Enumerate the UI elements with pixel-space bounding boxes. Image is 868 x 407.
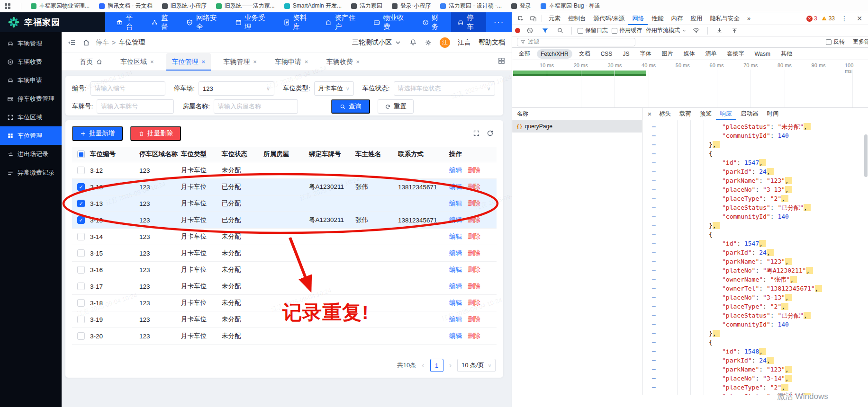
delete-link[interactable]: 删除 <box>468 233 480 240</box>
bookmark-item[interactable]: 旧系统-小程序 <box>162 2 207 10</box>
devtools-more-tabs[interactable]: » <box>743 12 754 25</box>
fold-marker-icon[interactable]: – <box>652 140 656 149</box>
console-error-badge[interactable]: ✕3 <box>806 15 817 22</box>
fold-marker-icon[interactable]: – <box>652 302 656 311</box>
request-row-querypage[interactable]: { } queryPage <box>512 120 642 133</box>
gear-icon[interactable] <box>425 39 432 46</box>
more-filters-label[interactable]: 更多筛选器 <box>853 38 868 46</box>
throttling-select[interactable]: 停用节流模式 <box>646 27 687 35</box>
fold-marker-icon[interactable]: – <box>652 275 656 284</box>
edit-link[interactable]: 编辑 <box>449 266 462 273</box>
filter-input[interactable]: 请输入编号 <box>90 81 165 96</box>
row-checkbox[interactable] <box>72 167 88 174</box>
fold-marker-icon[interactable]: – <box>652 284 656 293</box>
avatar[interactable]: 江 <box>440 37 450 48</box>
fold-marker-icon[interactable]: – <box>652 131 656 140</box>
panel-tab-预览[interactable]: 预览 <box>696 108 716 120</box>
filter-select[interactable]: 123∨ <box>199 81 274 96</box>
devtools-tab-隐私与安全[interactable]: 隐私与安全 <box>706 12 743 25</box>
row-checkbox[interactable] <box>72 233 88 240</box>
bookmark-item[interactable]: 登录-小程序 <box>392 2 431 10</box>
table-row[interactable]: ✓3-13123月卡车位已分配编辑删除 <box>72 195 497 212</box>
sidebar-item-异常缴费记录[interactable]: 异常缴费记录 <box>0 163 62 182</box>
devtools-tab-性能[interactable]: 性能 <box>648 12 667 25</box>
request-filter-chip-CSS[interactable]: CSS <box>597 49 616 59</box>
fold-marker-icon[interactable]: – <box>652 374 656 383</box>
delete-link[interactable]: 删除 <box>468 216 480 223</box>
filter-select[interactable]: 请选择车位状态∨ <box>394 81 495 96</box>
table-row[interactable]: 3-12123月卡车位未分配编辑删除 <box>72 162 497 179</box>
batch-add-button[interactable]: 批量新增 <box>72 126 123 141</box>
fold-marker-icon[interactable]: – <box>652 356 656 365</box>
fold-marker-icon[interactable]: – <box>652 194 656 203</box>
delete-link[interactable]: 删除 <box>468 167 480 174</box>
delete-link[interactable]: 删除 <box>468 183 480 190</box>
import-har-icon[interactable] <box>714 26 725 36</box>
devtools-tab-网络[interactable]: 网络 <box>628 12 648 25</box>
bookmark-item[interactable]: 幸福家园物业管理... <box>31 2 90 10</box>
workspace-tab-首页[interactable]: 首页 <box>74 53 108 71</box>
row-checkbox[interactable] <box>72 332 88 340</box>
fold-marker-icon[interactable]: – <box>652 392 656 395</box>
filter-input[interactable]: 请输入房屋名称 <box>214 99 298 114</box>
fold-marker-icon[interactable]: – <box>652 338 656 347</box>
edit-link[interactable]: 编辑 <box>449 216 462 223</box>
close-detail-icon[interactable]: × <box>644 109 655 119</box>
nav-item-停车[interactable]: 停车 <box>451 12 486 32</box>
request-list-header[interactable]: 名称 <box>512 108 642 120</box>
close-tab-icon[interactable]: × <box>202 58 206 65</box>
nav-item-资料库[interactable]: 资料库 <box>277 12 319 32</box>
breadcrumb-parent[interactable]: 停车 <box>96 38 109 47</box>
edit-link[interactable]: 编辑 <box>449 233 462 240</box>
sidebar-item-车辆申请[interactable]: 车辆申请 <box>0 71 62 89</box>
fold-marker-icon[interactable]: – <box>652 239 656 248</box>
edit-link[interactable]: 编辑 <box>449 332 462 339</box>
next-page-button[interactable]: › <box>448 361 452 370</box>
fold-marker-icon[interactable]: – <box>652 212 656 221</box>
fold-marker-icon[interactable]: – <box>652 347 656 356</box>
response-json-viewer[interactable]: –"placeStatus": "未分配",–"communityId": 14… <box>642 120 868 395</box>
bookmark-item[interactable]: 活力家园 - 设计稿 -... <box>440 2 502 10</box>
collapse-menu-icon[interactable] <box>68 39 76 46</box>
table-row[interactable]: 3-14123月卡车位未分配编辑删除 <box>72 229 497 245</box>
fold-marker-icon[interactable]: – <box>652 311 656 320</box>
fold-marker-icon[interactable]: – <box>652 365 656 374</box>
delete-link[interactable]: 删除 <box>468 283 480 290</box>
devtools-tab-源代码/来源[interactable]: 源代码/来源 <box>590 12 629 25</box>
request-filter-chip-套接字[interactable]: 套接字 <box>723 48 748 59</box>
edit-link[interactable]: 编辑 <box>449 200 462 207</box>
nav-item-资产住户[interactable]: 资产住户 <box>319 12 367 32</box>
fold-marker-icon[interactable]: – <box>652 230 656 239</box>
export-har-icon[interactable] <box>729 26 740 36</box>
fold-marker-icon[interactable]: – <box>652 203 656 212</box>
search-network-icon[interactable] <box>554 26 566 36</box>
console-warning-badge[interactable]: 33 <box>821 15 835 22</box>
fold-marker-icon[interactable]: – <box>652 383 656 392</box>
row-checkbox[interactable]: ✓ <box>72 200 88 207</box>
close-tab-icon[interactable]: × <box>253 58 257 65</box>
table-row[interactable]: 3-20123月卡车位未分配编辑删除 <box>72 328 497 345</box>
sidebar-item-车辆收费[interactable]: 车辆收费 <box>0 53 62 71</box>
table-row[interactable]: 3-19123月卡车位未分配编辑删除 <box>72 311 497 328</box>
delete-link[interactable]: 删除 <box>468 249 480 257</box>
home-icon[interactable] <box>82 39 90 46</box>
batch-delete-button[interactable]: 批量删除 <box>130 126 181 141</box>
close-tab-icon[interactable]: × <box>150 58 154 65</box>
disable-cache-checkbox[interactable]: 停用缓存 <box>612 27 642 35</box>
fold-marker-icon[interactable]: – <box>652 221 656 230</box>
bookmark-item[interactable]: 登录 <box>511 2 531 10</box>
table-row[interactable]: 3-17123月卡车位未分配编辑删除 <box>72 278 497 295</box>
table-row[interactable]: 3-18123月卡车位未分配编辑删除 <box>72 295 497 311</box>
user-name[interactable]: 江言 <box>458 38 471 47</box>
fullscreen-icon[interactable] <box>473 130 480 137</box>
nav-item-网络安全[interactable]: 网络安全 <box>180 12 228 32</box>
request-filter-chip-其他[interactable]: 其他 <box>777 48 796 59</box>
workspace-tab-车位管理[interactable]: 车位管理× <box>166 53 211 71</box>
nav-item-财务[interactable]: 财务 <box>416 12 451 32</box>
panel-tab-响应[interactable]: 响应 <box>716 108 736 120</box>
fold-marker-icon[interactable]: – <box>652 248 656 257</box>
fold-marker-icon[interactable]: – <box>652 167 656 176</box>
fold-marker-icon[interactable]: – <box>652 293 656 302</box>
edit-link[interactable]: 编辑 <box>449 299 462 306</box>
devtools-tab-应用[interactable]: 应用 <box>687 12 706 25</box>
